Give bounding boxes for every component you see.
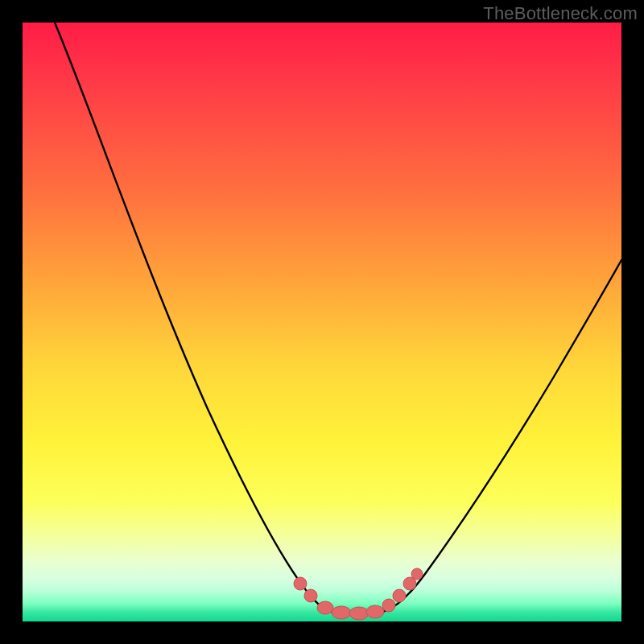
marker-point (382, 599, 395, 612)
marker-point (317, 601, 333, 614)
watermark-label: TheBottleneck.com (483, 3, 638, 24)
right-curve (380, 260, 621, 613)
marker-point (393, 589, 406, 602)
marker-point (332, 606, 351, 619)
marker-point (411, 568, 423, 580)
marker-point (366, 605, 384, 618)
marker-point (294, 577, 307, 590)
marker-point (304, 589, 317, 602)
left-curve (55, 23, 335, 613)
marker-group (294, 568, 423, 620)
chart-frame: TheBottleneck.com (0, 0, 644, 644)
chart-svg (23, 23, 621, 621)
marker-point (349, 607, 369, 620)
